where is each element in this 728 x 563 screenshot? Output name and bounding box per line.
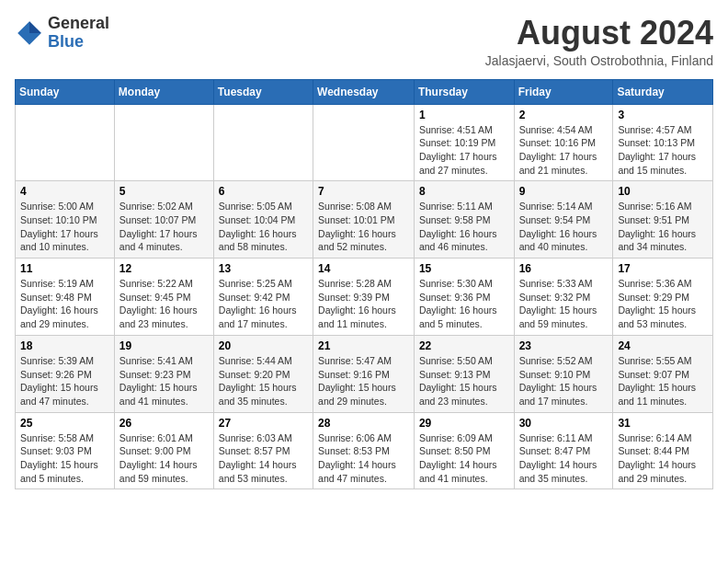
day-number: 13 xyxy=(219,262,308,275)
calendar-cell: 21Sunrise: 5:47 AMSunset: 9:16 PMDayligh… xyxy=(313,335,415,412)
calendar-cell: 20Sunrise: 5:44 AMSunset: 9:20 PMDayligh… xyxy=(213,335,313,412)
calendar-header-row: SundayMondayTuesdayWednesdayThursdayFrid… xyxy=(16,79,713,104)
calendar-cell: 6Sunrise: 5:05 AMSunset: 10:04 PMDayligh… xyxy=(213,181,313,259)
day-info: Sunrise: 6:09 AMSunset: 8:50 PMDaylight:… xyxy=(419,431,509,486)
day-number: 10 xyxy=(618,185,708,198)
day-number: 28 xyxy=(318,417,409,430)
day-info: Sunrise: 5:36 AMSunset: 9:29 PMDaylight:… xyxy=(618,277,708,331)
day-number: 21 xyxy=(318,339,409,352)
calendar-table: SundayMondayTuesdayWednesdayThursdayFrid… xyxy=(15,79,713,490)
day-number: 26 xyxy=(119,417,209,430)
day-number: 16 xyxy=(519,262,609,275)
day-info: Sunrise: 5:00 AMSunset: 10:10 PMDaylight… xyxy=(20,200,109,254)
day-number: 9 xyxy=(519,185,609,198)
calendar-week-row: 11Sunrise: 5:19 AMSunset: 9:48 PMDayligh… xyxy=(16,259,713,336)
calendar-cell: 11Sunrise: 5:19 AMSunset: 9:48 PMDayligh… xyxy=(16,259,115,336)
calendar-cell: 22Sunrise: 5:50 AMSunset: 9:13 PMDayligh… xyxy=(414,335,514,412)
page-header: General Blue August 2024 Jalasjaervi, So… xyxy=(15,15,713,68)
day-number: 20 xyxy=(219,339,308,352)
day-info: Sunrise: 4:54 AMSunset: 10:16 PMDaylight… xyxy=(519,123,609,178)
calendar-cell: 16Sunrise: 5:33 AMSunset: 9:32 PMDayligh… xyxy=(514,259,613,336)
calendar-cell: 26Sunrise: 6:01 AMSunset: 9:00 PMDayligh… xyxy=(114,412,213,489)
column-header-wednesday: Wednesday xyxy=(313,79,415,104)
logo-blue: Blue xyxy=(48,32,84,51)
day-number: 14 xyxy=(318,262,409,275)
day-info: Sunrise: 5:39 AMSunset: 9:26 PMDaylight:… xyxy=(20,354,109,408)
logo-icon xyxy=(15,18,44,48)
day-number: 29 xyxy=(419,417,509,430)
day-number: 3 xyxy=(618,109,708,121)
day-number: 11 xyxy=(20,262,109,275)
calendar-cell: 27Sunrise: 6:03 AMSunset: 8:57 PMDayligh… xyxy=(213,412,313,489)
day-info: Sunrise: 5:55 AMSunset: 9:07 PMDaylight:… xyxy=(618,354,708,408)
logo-text: General Blue xyxy=(48,15,109,52)
day-info: Sunrise: 5:28 AMSunset: 9:39 PMDaylight:… xyxy=(318,277,409,331)
column-header-thursday: Thursday xyxy=(414,79,514,104)
day-info: Sunrise: 5:11 AMSunset: 9:58 PMDaylight:… xyxy=(419,200,509,254)
day-info: Sunrise: 5:16 AMSunset: 9:51 PMDaylight:… xyxy=(618,200,708,254)
day-info: Sunrise: 5:25 AMSunset: 9:42 PMDaylight:… xyxy=(219,277,308,331)
day-number: 15 xyxy=(419,262,509,275)
calendar-cell: 24Sunrise: 5:55 AMSunset: 9:07 PMDayligh… xyxy=(613,335,713,412)
calendar-cell: 29Sunrise: 6:09 AMSunset: 8:50 PMDayligh… xyxy=(414,412,514,489)
calendar-cell: 23Sunrise: 5:52 AMSunset: 9:10 PMDayligh… xyxy=(514,335,613,412)
day-number: 17 xyxy=(618,262,708,275)
column-header-monday: Monday xyxy=(114,79,213,104)
day-info: Sunrise: 4:57 AMSunset: 10:13 PMDaylight… xyxy=(618,123,708,178)
day-info: Sunrise: 5:50 AMSunset: 9:13 PMDaylight:… xyxy=(419,354,509,408)
calendar-week-row: 18Sunrise: 5:39 AMSunset: 9:26 PMDayligh… xyxy=(16,335,713,412)
day-number: 24 xyxy=(618,339,708,352)
day-number: 1 xyxy=(419,109,509,121)
day-info: Sunrise: 5:41 AMSunset: 9:23 PMDaylight:… xyxy=(119,354,209,408)
day-info: Sunrise: 5:08 AMSunset: 10:01 PMDaylight… xyxy=(318,200,409,254)
calendar-cell: 18Sunrise: 5:39 AMSunset: 9:26 PMDayligh… xyxy=(16,335,115,412)
day-number: 7 xyxy=(318,185,409,198)
calendar-cell: 10Sunrise: 5:16 AMSunset: 9:51 PMDayligh… xyxy=(613,181,713,259)
calendar-week-row: 4Sunrise: 5:00 AMSunset: 10:10 PMDayligh… xyxy=(16,181,713,259)
day-info: Sunrise: 5:58 AMSunset: 9:03 PMDaylight:… xyxy=(20,431,109,486)
month-title: August 2024 xyxy=(485,15,713,52)
calendar-cell: 4Sunrise: 5:00 AMSunset: 10:10 PMDayligh… xyxy=(16,181,115,259)
day-number: 27 xyxy=(219,417,308,430)
day-info: Sunrise: 5:19 AMSunset: 9:48 PMDaylight:… xyxy=(20,277,109,331)
calendar-cell: 5Sunrise: 5:02 AMSunset: 10:07 PMDayligh… xyxy=(114,181,213,259)
calendar-cell: 8Sunrise: 5:11 AMSunset: 9:58 PMDaylight… xyxy=(414,181,514,259)
column-header-sunday: Sunday xyxy=(16,79,115,104)
calendar-week-row: 25Sunrise: 5:58 AMSunset: 9:03 PMDayligh… xyxy=(16,412,713,489)
logo-general: General xyxy=(48,14,109,32)
day-info: Sunrise: 5:44 AMSunset: 9:20 PMDaylight:… xyxy=(219,354,308,408)
day-info: Sunrise: 5:05 AMSunset: 10:04 PMDaylight… xyxy=(219,200,308,254)
day-info: Sunrise: 5:02 AMSunset: 10:07 PMDaylight… xyxy=(119,200,209,254)
day-number: 23 xyxy=(519,339,609,352)
calendar-cell xyxy=(313,104,415,181)
day-number: 6 xyxy=(219,185,308,198)
calendar-cell: 31Sunrise: 6:14 AMSunset: 8:44 PMDayligh… xyxy=(613,412,713,489)
day-number: 18 xyxy=(20,339,109,352)
day-number: 2 xyxy=(519,109,609,121)
day-number: 8 xyxy=(419,185,509,198)
day-info: Sunrise: 5:47 AMSunset: 9:16 PMDaylight:… xyxy=(318,354,409,408)
calendar-cell: 2Sunrise: 4:54 AMSunset: 10:16 PMDayligh… xyxy=(514,104,613,181)
title-block: August 2024 Jalasjaervi, South Ostroboth… xyxy=(485,15,713,68)
day-info: Sunrise: 5:14 AMSunset: 9:54 PMDaylight:… xyxy=(519,200,609,254)
day-info: Sunrise: 4:51 AMSunset: 10:19 PMDaylight… xyxy=(419,123,509,178)
location-subtitle: Jalasjaervi, South Ostrobothnia, Finland xyxy=(485,53,713,68)
column-header-tuesday: Tuesday xyxy=(213,79,313,104)
calendar-cell: 3Sunrise: 4:57 AMSunset: 10:13 PMDayligh… xyxy=(613,104,713,181)
calendar-cell: 13Sunrise: 5:25 AMSunset: 9:42 PMDayligh… xyxy=(213,259,313,336)
column-header-friday: Friday xyxy=(514,79,613,104)
column-header-saturday: Saturday xyxy=(613,79,713,104)
day-number: 31 xyxy=(618,417,708,430)
calendar-cell: 14Sunrise: 5:28 AMSunset: 9:39 PMDayligh… xyxy=(313,259,415,336)
logo: General Blue xyxy=(15,15,109,52)
day-info: Sunrise: 5:52 AMSunset: 9:10 PMDaylight:… xyxy=(519,354,609,408)
calendar-cell: 19Sunrise: 5:41 AMSunset: 9:23 PMDayligh… xyxy=(114,335,213,412)
calendar-cell: 30Sunrise: 6:11 AMSunset: 8:47 PMDayligh… xyxy=(514,412,613,489)
calendar-cell xyxy=(16,104,115,181)
day-info: Sunrise: 6:14 AMSunset: 8:44 PMDaylight:… xyxy=(618,431,708,486)
day-number: 4 xyxy=(20,185,109,198)
calendar-cell: 25Sunrise: 5:58 AMSunset: 9:03 PMDayligh… xyxy=(16,412,115,489)
calendar-week-row: 1Sunrise: 4:51 AMSunset: 10:19 PMDayligh… xyxy=(16,104,713,181)
day-number: 5 xyxy=(119,185,209,198)
day-number: 22 xyxy=(419,339,509,352)
